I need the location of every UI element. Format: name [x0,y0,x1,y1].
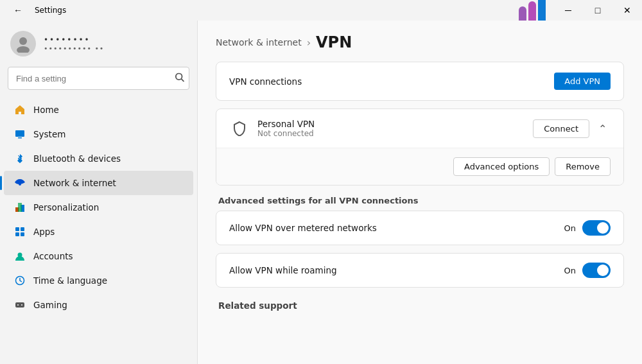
vpn-shield-icon [229,118,250,139]
sidebar-item-system[interactable]: System [4,122,193,146]
add-vpn-button[interactable]: Add VPN [554,73,611,90]
maximize-button[interactable]: □ [583,0,612,21]
personal-vpn-card: Personal VPN Not connected Connect ⌃ Adv… [216,108,624,186]
app-body: •••••••• •••••••••• •• Home [0,21,642,364]
app-title: Settings [35,6,66,15]
vpn-connections-title: VPN connections [229,76,302,87]
sidebar-item-home-label: Home [33,105,59,115]
avatar [10,31,36,56]
roaming-status: On [564,266,576,275]
accounts-icon [14,250,26,262]
user-email: •••••••••• •• [44,44,104,53]
search-box [8,67,189,90]
sidebar-item-personalization[interactable]: Personalization [4,195,193,220]
sidebar-item-home[interactable]: Home [4,98,193,122]
breadcrumb-parent[interactable]: Network & internet [216,37,302,48]
sidebar-item-accounts[interactable]: Accounts [4,244,193,268]
sidebar-item-gaming[interactable]: Gaming [4,293,193,317]
sidebar: •••••••• •••••••••• •• Home [0,21,198,364]
personalization-icon [14,202,26,213]
vpn-info: Personal VPN Not connected [257,119,315,138]
network-icon [14,177,26,189]
main-content: Network & internet › VPN VPN connections… [198,21,642,364]
sidebar-item-personalization-label: Personalization [33,202,99,212]
sidebar-item-network-label: Network & internet [33,178,116,188]
close-button[interactable]: ✕ [612,0,642,21]
svg-rect-14 [15,302,24,308]
sidebar-item-network[interactable]: Network & internet [4,171,193,195]
svg-rect-11 [21,232,24,236]
svg-rect-10 [15,232,19,236]
svg-point-0 [19,37,27,45]
vpn-expand-button[interactable]: ⌃ [594,120,611,137]
user-name: •••••••• [44,35,104,44]
home-icon [14,104,26,116]
metered-networks-right: On [564,220,611,236]
breadcrumb: Network & internet › VPN [216,21,624,62]
sidebar-item-apps-label: Apps [33,227,55,237]
user-info: •••••••• •••••••••• •• [44,35,104,53]
sidebar-item-system-label: System [33,129,65,139]
connect-button[interactable]: Connect [533,119,589,138]
metered-networks-card: Allow VPN over metered networks On [216,211,624,245]
title-bar: ← Settings ─ □ ✕ [0,0,642,21]
svg-point-4 [19,183,21,186]
svg-rect-2 [15,130,24,137]
vpn-item-left: Personal VPN Not connected [229,118,315,139]
vpn-name: Personal VPN [257,119,315,129]
roaming-card: Allow VPN while roaming On [216,253,624,288]
related-support-label: Related support [216,295,624,311]
roaming-toggle[interactable] [582,263,611,278]
metered-networks-label: Allow VPN over metered networks [229,223,377,233]
breadcrumb-separator: › [307,37,311,49]
user-section: •••••••• •••••••••• •• [0,21,197,64]
vpn-item-expanded: Advanced options Remove [216,148,623,185]
metered-networks-row: Allow VPN over metered networks On [216,211,623,245]
sidebar-item-gaming-label: Gaming [33,300,67,310]
sidebar-item-accounts-label: Accounts [33,251,73,261]
vpn-status: Not connected [257,129,315,138]
breadcrumb-current: VPN [316,33,352,51]
svg-point-1 [17,46,30,53]
svg-rect-16 [21,304,22,306]
search-input[interactable] [8,67,189,90]
sidebar-item-time-label: Time & language [33,275,107,286]
metered-networks-status: On [564,223,576,233]
minimize-button[interactable]: ─ [553,0,583,21]
sidebar-item-apps[interactable]: Apps [4,220,193,244]
vpn-connections-header: VPN connections Add VPN [216,62,623,100]
vpn-connections-card: VPN connections Add VPN [216,62,624,101]
svg-rect-7 [18,203,22,212]
bluetooth-icon [14,153,26,164]
svg-rect-3 [18,137,22,139]
roaming-label: Allow VPN while roaming [229,265,337,275]
time-icon [14,275,26,286]
system-icon [14,128,26,140]
apps-icon [14,226,26,238]
sidebar-item-time[interactable]: Time & language [4,268,193,293]
roaming-right: On [564,263,611,278]
gaming-icon [14,299,26,311]
search-icon-button[interactable] [175,73,184,84]
vpn-item-right: Connect ⌃ [533,119,611,138]
back-button[interactable]: ← [8,0,28,21]
nav-list: Home System Bluetooth [0,95,197,364]
roaming-row: Allow VPN while roaming On [216,254,623,287]
svg-rect-15 [17,304,19,306]
sidebar-item-bluetooth-label: Bluetooth & devices [33,153,121,164]
remove-button[interactable]: Remove [555,157,611,176]
sidebar-item-bluetooth[interactable]: Bluetooth & devices [4,146,193,171]
vpn-item-header: Personal VPN Not connected Connect ⌃ [216,109,623,148]
metered-networks-toggle[interactable] [582,220,611,236]
svg-rect-8 [15,227,19,231]
svg-rect-9 [21,227,24,231]
title-bar-left: ← Settings [8,0,66,21]
advanced-options-button[interactable]: Advanced options [453,157,550,176]
advanced-settings-title: Advanced settings for all VPN connection… [216,196,624,205]
